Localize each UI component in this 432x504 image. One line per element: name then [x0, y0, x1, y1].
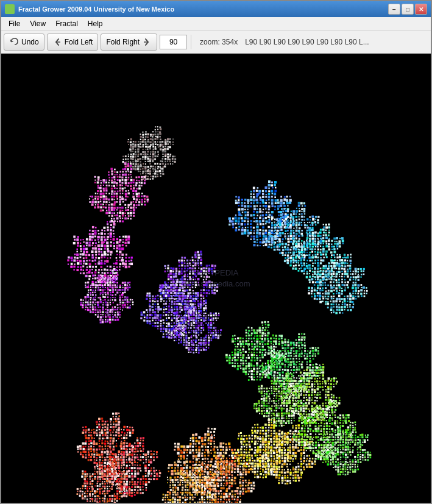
sequence-display: L90 L90 L90 L90 L90 L90 L90 L90 L...	[245, 38, 428, 46]
window-controls: − □ ✕	[388, 4, 427, 15]
main-window: Fractal Grower 2009.04 University of New…	[0, 0, 432, 504]
fractal-canvas-area[interactable]: SOFTPEDIA www.softpedia.com	[1, 54, 431, 503]
angle-input[interactable]	[160, 35, 187, 49]
menu-fractal[interactable]: Fractal	[51, 18, 83, 29]
undo-icon	[9, 37, 19, 47]
menu-view[interactable]: View	[25, 18, 51, 29]
fold-left-button[interactable]: Fold Left	[47, 34, 99, 51]
title-bar-left: Fractal Grower 2009.04 University of New…	[5, 4, 174, 14]
menu-bar: File View Fractal Help	[1, 17, 431, 30]
toolbar: Undo Fold Left Fold Right zoom: 354x L90…	[1, 30, 431, 54]
zoom-display: zoom: 354x	[195, 38, 243, 46]
maximize-button[interactable]: □	[402, 4, 414, 15]
fold-right-label: Fold Right	[106, 38, 140, 46]
window-title: Fractal Grower 2009.04 University of New…	[18, 5, 174, 13]
menu-help[interactable]: Help	[83, 18, 108, 29]
app-icon	[5, 4, 15, 14]
fold-left-label: Fold Left	[65, 38, 93, 46]
undo-label: Undo	[21, 38, 39, 46]
fold-right-icon	[142, 37, 152, 47]
fold-left-icon	[52, 37, 62, 47]
fold-right-button[interactable]: Fold Right	[101, 34, 157, 51]
separator-1	[191, 35, 191, 49]
title-bar: Fractal Grower 2009.04 University of New…	[1, 1, 431, 17]
fractal-canvas	[1, 54, 431, 503]
close-button[interactable]: ✕	[415, 4, 427, 15]
menu-file[interactable]: File	[4, 18, 25, 29]
undo-button[interactable]: Undo	[4, 34, 44, 51]
minimize-button[interactable]: −	[388, 4, 400, 15]
